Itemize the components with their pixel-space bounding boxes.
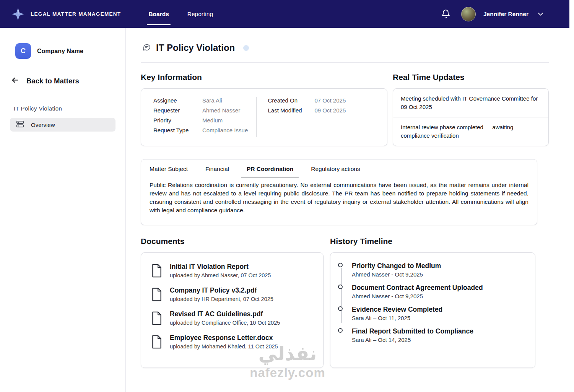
timeline-title: Final Report Submitted to Compliance [352, 327, 527, 335]
document-item[interactable]: Employee Response Letter.docx uploaded b… [151, 334, 313, 351]
main-content: IT Policy Violation Key Information Assi… [127, 28, 574, 392]
timeline-meta: Sara Ali – Oct 14, 2025 [352, 337, 527, 343]
document-meta: uploaded by HR Department, 07 Oct 2025 [170, 296, 273, 302]
timeline-item: Document Contract Agreement Uploaded Ahm… [338, 284, 527, 299]
navbar-right: Jennifer Renner [441, 7, 544, 21]
timeline-meta: Sara Ali – Oct 11, 2025 [352, 315, 527, 321]
sidebar-item-label: Overview [31, 122, 55, 128]
user-name: Jennifer Renner [483, 11, 528, 18]
timeline-meta: Ahmed Nasser - Oct 9,2025 [352, 271, 527, 278]
timeline-dot-icon [338, 285, 343, 289]
timeline-item: Final Report Submitted to Compliance Sar… [338, 327, 527, 343]
page-header: IT Policy Violation [141, 42, 549, 53]
matter-comment-icon [142, 43, 151, 53]
timeline-dot-icon [338, 263, 343, 267]
sidebar-section-label: IT Policy Violation [14, 105, 125, 112]
key-information-card: Assignee Sara Ali Requester Ahmed Nasser… [141, 88, 387, 146]
file-icon [151, 311, 163, 327]
file-icon [151, 287, 163, 303]
brand-title: LEGAL MATTER MANAGEMENT [31, 11, 121, 17]
real-time-updates-section: Real Time Updates Meeting scheduled with… [393, 73, 549, 146]
field-last-modified: Last Modified 09 Oct 2025 [268, 107, 387, 114]
key-information-heading: Key Information [141, 73, 387, 82]
field-value: Compliance Issue [202, 127, 248, 133]
history-timeline-section: History Timeline Priority Changed to Med… [330, 237, 535, 368]
field-label: Priority [153, 117, 202, 124]
timeline: Priority Changed to Medium Ahmed Nasser … [338, 262, 527, 343]
document-title: Company IT Policy v3.2.pdf [170, 286, 273, 294]
documents-heading: Documents [141, 237, 324, 246]
tab-regulatory-actions[interactable]: Regulatory actions [306, 159, 365, 177]
timeline-item: Evidence Review Completed Sara Ali – Oct… [338, 306, 527, 321]
timeline-dot-icon [338, 328, 343, 333]
field-value: 07 Oct 2025 [315, 97, 346, 104]
update-item: Meeting scheduled with IT Governance Com… [393, 89, 548, 117]
field-value: Sara Ali [202, 97, 222, 104]
brand: LEGAL MATTER MANAGEMENT [11, 7, 121, 21]
header-divider [141, 62, 549, 63]
field-label: Assignee [153, 97, 202, 104]
timeline-dot-icon [338, 306, 343, 311]
document-title: Employee Response Letter.docx [170, 334, 278, 342]
matter-tabs: Matter Subject Financial PR Coordination… [141, 159, 537, 177]
nav-tab-reporting[interactable]: Reporting [187, 0, 213, 28]
matter-tabs-card: Matter Subject Financial PR Coordination… [141, 159, 537, 225]
field-label: Last Modified [268, 107, 315, 114]
field-created-on: Created On 07 Oct 2025 [268, 97, 387, 104]
history-timeline-card: Priority Changed to Medium Ahmed Nasser … [330, 252, 535, 368]
back-to-matters[interactable]: Back to Matters [0, 76, 125, 86]
timeline-title: Priority Changed to Medium [352, 262, 527, 270]
arrow-left-icon [11, 76, 20, 86]
overview-list-icon [16, 120, 24, 129]
document-title: Revised IT AC Guidelines.pdf [170, 310, 280, 318]
field-label: Created On [268, 97, 315, 104]
user-avatar[interactable] [461, 7, 476, 21]
real-time-updates-card: Meeting scheduled with IT Governance Com… [393, 88, 549, 146]
field-label: Requester [153, 107, 202, 114]
history-timeline-heading: History Timeline [330, 237, 535, 246]
update-item: Internal review phase completed — awaiti… [393, 117, 548, 146]
file-icon [151, 264, 163, 280]
documents-card: Initial IT Violation Report uploaded by … [141, 252, 324, 368]
timeline-item: Priority Changed to Medium Ahmed Nasser … [338, 262, 527, 278]
notifications-bell-icon[interactable] [441, 9, 450, 19]
timeline-title: Evidence Review Completed [352, 306, 527, 314]
document-title: Initial IT Violation Report [170, 263, 271, 271]
key-information-section: Key Information Assignee Sara Ali Reques… [141, 73, 387, 146]
field-value: 09 Oct 2025 [315, 107, 346, 114]
sidebar-item-overview[interactable]: Overview [10, 118, 115, 132]
document-item[interactable]: Company IT Policy v3.2.pdf uploaded by H… [151, 286, 313, 303]
status-dot [243, 45, 249, 51]
real-time-updates-heading: Real Time Updates [393, 73, 549, 82]
field-assignee: Assignee Sara Ali [153, 97, 256, 104]
documents-section: Documents Initial IT Violation Report up… [141, 237, 324, 368]
company-row: C Company Name [0, 43, 125, 59]
tab-matter-subject[interactable]: Matter Subject [144, 159, 193, 177]
top-navbar: LEGAL MATTER MANAGEMENT Boards Reporting… [0, 0, 569, 28]
document-item[interactable]: Initial IT Violation Report uploaded by … [151, 263, 313, 280]
document-meta: uploaded by Ahmed Nasser, 07 Oct 2025 [170, 272, 271, 278]
company-avatar: C [15, 43, 31, 59]
field-value: Medium [202, 117, 223, 124]
field-value: Ahmed Nasser [202, 107, 240, 114]
tab-pr-coordination[interactable]: PR Coordination [241, 159, 299, 177]
field-request-type: Request Type Compliance Issue [153, 127, 256, 133]
primary-nav: Boards Reporting [148, 0, 213, 28]
sparkle-logo-icon [11, 7, 25, 21]
timeline-meta: Ahmed Nasser - Oct 9,2025 [352, 293, 527, 299]
company-name: Company Name [37, 48, 83, 55]
tab-financial[interactable]: Financial [200, 159, 234, 177]
back-label: Back to Matters [26, 77, 79, 85]
chevron-down-icon[interactable] [537, 10, 544, 18]
document-meta: uploaded by Mohamed Khaled, 11 Oct 2025 [170, 343, 278, 350]
field-requester: Requester Ahmed Nasser [153, 107, 256, 114]
timeline-title: Document Contract Agreement Uploaded [352, 284, 527, 292]
sidebar: C Company Name Back to Matters IT Policy… [0, 28, 126, 392]
file-icon [151, 335, 163, 351]
nav-tab-boards[interactable]: Boards [148, 0, 169, 28]
key-info-fields: Assignee Sara Ali Requester Ahmed Nasser… [141, 97, 256, 137]
key-info-dates: Created On 07 Oct 2025 Last Modified 09 … [257, 97, 387, 137]
document-item[interactable]: Revised IT AC Guidelines.pdf uploaded by… [151, 310, 313, 327]
field-label: Request Type [153, 127, 202, 133]
page-title: IT Policy Violation [156, 42, 235, 53]
